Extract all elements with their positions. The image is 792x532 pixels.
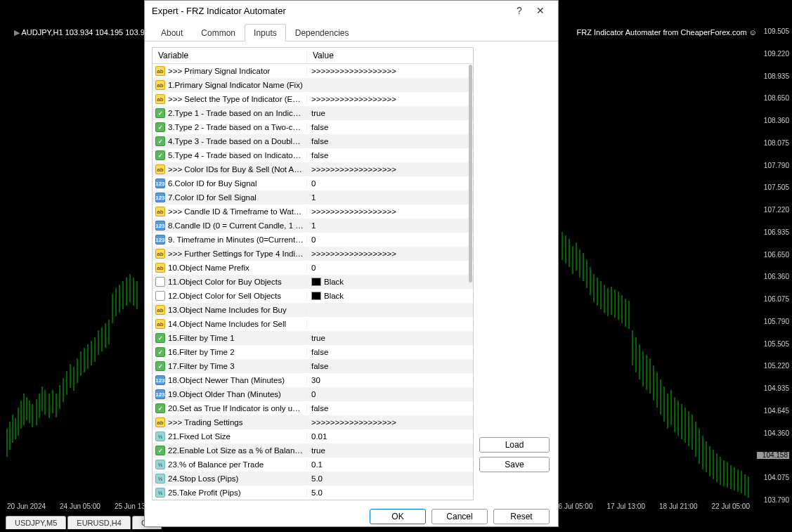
- variable-cell[interactable]: ✓3.Type 2 - Trade based on a Two-colo...: [152, 122, 307, 132]
- input-row[interactable]: ½24.Stop Loss (Pips)5.0: [152, 472, 473, 486]
- tab-about[interactable]: About: [152, 24, 192, 41]
- value-cell[interactable]: >>>>>>>>>>>>>>>>>>: [307, 249, 473, 258]
- variable-cell[interactable]: 1237.Color ID for Sell Signal: [152, 193, 307, 202]
- variable-cell[interactable]: ✓5.Type 4 - Trade based on Indicator-cr.…: [152, 150, 307, 160]
- variable-cell[interactable]: ab>>> Candle ID & Timeframe to Watch f..…: [152, 207, 307, 216]
- input-row[interactable]: 12.Object Color for Sell ObjectsBlack: [152, 289, 473, 303]
- variable-cell[interactable]: 1239. Timeframe in Minutes (0=Current, 5…: [152, 235, 307, 245]
- value-cell[interactable]: 0: [307, 235, 473, 244]
- variable-cell[interactable]: ab>>> Primary Signal Indicator: [152, 66, 307, 76]
- value-cell[interactable]: false: [307, 151, 473, 160]
- variable-cell[interactable]: ½21.Fixed Lot Size: [152, 432, 307, 441]
- variable-cell[interactable]: 12.Object Color for Sell Objects: [152, 291, 307, 301]
- value-cell[interactable]: >>>>>>>>>>>>>>>>>>: [307, 67, 473, 75]
- variable-cell[interactable]: 12319.Object Older Than (Minutes): [152, 389, 307, 399]
- variable-cell[interactable]: ½25.Take Profit (Pips): [152, 488, 307, 498]
- value-cell[interactable]: false: [307, 404, 473, 413]
- variable-cell[interactable]: 11.Object Color for Buy Objects: [152, 277, 307, 287]
- value-cell[interactable]: 5.0: [307, 488, 473, 497]
- value-cell[interactable]: 0: [307, 264, 473, 272]
- input-row[interactable]: 1237.Color ID for Sell Signal1: [152, 190, 473, 205]
- value-cell[interactable]: Black: [307, 278, 473, 286]
- variable-cell[interactable]: ✓16.Filter by Time 2: [152, 347, 307, 357]
- col-header-variable[interactable]: Variable: [152, 48, 307, 63]
- value-cell[interactable]: >>>>>>>>>>>>>>>>>>: [307, 165, 473, 174]
- input-row[interactable]: ✓2.Type 1 - Trade based on an Indicato..…: [152, 106, 473, 120]
- input-row[interactable]: ✓17.Filter by Time 3false: [152, 359, 473, 373]
- value-cell[interactable]: true: [307, 446, 473, 455]
- variable-cell[interactable]: ab10.Object Name Prefix: [152, 263, 307, 273]
- input-row[interactable]: ab10.Object Name Prefix0: [152, 261, 473, 275]
- value-cell[interactable]: 0.1: [307, 460, 473, 469]
- value-cell[interactable]: true: [307, 109, 473, 117]
- variable-cell[interactable]: ab>>> Trading Settings: [152, 417, 307, 427]
- input-row[interactable]: ✓5.Type 4 - Trade based on Indicator-cr.…: [152, 148, 473, 162]
- variable-cell[interactable]: ab1.Primary Signal Indicator Name (Fix): [152, 80, 307, 90]
- variable-cell[interactable]: ab14.Object Name Includes for Sell: [152, 319, 307, 329]
- tab-common[interactable]: Common: [192, 24, 245, 41]
- value-cell[interactable]: false: [307, 137, 473, 145]
- variable-cell[interactable]: ✓2.Type 1 - Trade based on an Indicato..…: [152, 108, 307, 118]
- variable-cell[interactable]: ✓22.Enable Lot Size as a % of Balance I.…: [152, 446, 307, 455]
- variable-cell[interactable]: ½24.Stop Loss (Pips): [152, 474, 307, 484]
- value-cell[interactable]: 5.0: [307, 474, 473, 483]
- value-cell[interactable]: 0.01: [307, 432, 473, 441]
- reset-button[interactable]: Reset: [493, 509, 550, 524]
- value-cell[interactable]: 30: [307, 376, 473, 384]
- load-button[interactable]: Load: [479, 437, 550, 453]
- input-row[interactable]: ab14.Object Name Includes for Sell: [152, 317, 473, 331]
- value-cell[interactable]: false: [307, 348, 473, 356]
- col-header-value[interactable]: Value: [307, 48, 473, 63]
- value-cell[interactable]: >>>>>>>>>>>>>>>>>>: [307, 418, 473, 427]
- tab-dependencies[interactable]: Dependencies: [286, 24, 358, 41]
- input-row[interactable]: ✓20.Set as True If Indicator is only upd…: [152, 401, 473, 415]
- ok-button[interactable]: OK: [370, 509, 426, 524]
- variable-cell[interactable]: ab>>> Color IDs for Buy & Sell (Not Appl…: [152, 164, 307, 174]
- chart-tab[interactable]: USDJPY,M5: [6, 516, 66, 529]
- input-row[interactable]: ab>>> Primary Signal Indicator>>>>>>>>>>…: [152, 64, 473, 78]
- value-cell[interactable]: >>>>>>>>>>>>>>>>>>: [307, 207, 473, 216]
- variable-cell[interactable]: ✓15.Filter by Time 1: [152, 333, 307, 343]
- input-row[interactable]: ab>>> Select the Type of Indicator (Enab…: [152, 92, 473, 106]
- input-row[interactable]: ab>>> Color IDs for Buy & Sell (Not Appl…: [152, 162, 473, 176]
- input-row[interactable]: ✓15.Filter by Time 1true: [152, 331, 473, 345]
- input-row[interactable]: ab1.Primary Signal Indicator Name (Fix): [152, 78, 473, 92]
- tab-inputs[interactable]: Inputs: [245, 24, 286, 41]
- input-row[interactable]: 1236.Color ID for Buy Signal0: [152, 176, 473, 190]
- value-cell[interactable]: 1: [307, 193, 473, 202]
- input-row[interactable]: ab>>> Candle ID & Timeframe to Watch f..…: [152, 205, 473, 219]
- input-row[interactable]: 11.Object Color for Buy ObjectsBlack: [152, 275, 473, 289]
- help-button[interactable]: ?: [509, 5, 530, 16]
- value-cell[interactable]: 1: [307, 221, 473, 230]
- close-button[interactable]: ✕: [530, 5, 551, 16]
- input-row[interactable]: ½25.Take Profit (Pips)5.0: [152, 486, 473, 500]
- input-row[interactable]: ✓3.Type 2 - Trade based on a Two-colo...…: [152, 120, 473, 134]
- input-row[interactable]: ab13.Object Name Includes for Buy: [152, 303, 473, 317]
- variable-cell[interactable]: ab13.Object Name Includes for Buy: [152, 305, 307, 315]
- variable-cell[interactable]: ab>>> Further Settings for Type 4 Indica…: [152, 249, 307, 259]
- value-cell[interactable]: false: [307, 362, 473, 370]
- input-row[interactable]: ½23.% of Balance per Trade0.1: [152, 458, 473, 472]
- input-row[interactable]: ab>>> Further Settings for Type 4 Indica…: [152, 247, 473, 261]
- value-cell[interactable]: true: [307, 334, 473, 342]
- input-row[interactable]: ✓4.Type 3 - Trade based on a Double-li..…: [152, 134, 473, 148]
- variable-cell[interactable]: ab>>> Select the Type of Indicator (Enab…: [152, 94, 307, 104]
- variable-cell[interactable]: ✓4.Type 3 - Trade based on a Double-li..…: [152, 136, 307, 146]
- cancel-button[interactable]: Cancel: [431, 509, 488, 524]
- input-row[interactable]: ✓16.Filter by Time 2false: [152, 345, 473, 359]
- scrollbar-thumb[interactable]: [469, 65, 472, 283]
- variable-cell[interactable]: 1238.Candle ID (0 = Current Candle, 1 = …: [152, 221, 307, 231]
- value-cell[interactable]: Black: [307, 292, 473, 300]
- table-body[interactable]: ab>>> Primary Signal Indicator>>>>>>>>>>…: [152, 64, 473, 500]
- value-cell[interactable]: >>>>>>>>>>>>>>>>>>: [307, 95, 473, 103]
- value-cell[interactable]: false: [307, 123, 473, 131]
- input-row[interactable]: 12318.Object Newer Than (Minutes)30: [152, 373, 473, 387]
- chart-tab[interactable]: EURUSD,H4: [67, 516, 131, 529]
- input-row[interactable]: 1238.Candle ID (0 = Current Candle, 1 = …: [152, 219, 473, 233]
- variable-cell[interactable]: ✓17.Filter by Time 3: [152, 361, 307, 371]
- input-row[interactable]: 1239. Timeframe in Minutes (0=Current, 5…: [152, 233, 473, 247]
- value-cell[interactable]: 0: [307, 179, 473, 188]
- input-row[interactable]: ab>>> Trading Settings>>>>>>>>>>>>>>>>>>: [152, 415, 473, 429]
- variable-cell[interactable]: 12318.Object Newer Than (Minutes): [152, 375, 307, 385]
- variable-cell[interactable]: ½23.% of Balance per Trade: [152, 460, 307, 469]
